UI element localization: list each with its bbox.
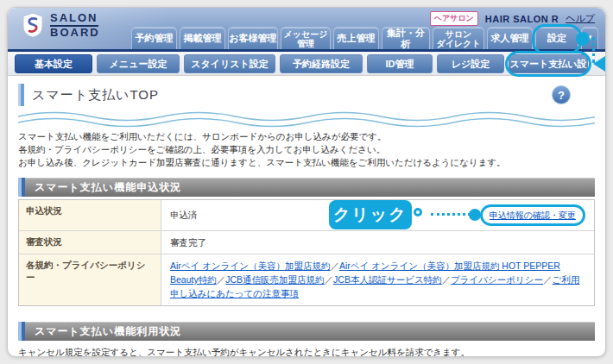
row-value: 審査完了 xyxy=(170,235,206,249)
section-title-usage-status: スマート支払い機能利用状況 xyxy=(18,322,595,341)
row-label: 申込状況 xyxy=(19,200,161,230)
table-row-review-status: 審査状況 審査完了 xyxy=(19,230,594,254)
terms-link-jcb-auth[interactable]: JCB本人認証サービス特約 xyxy=(333,274,442,285)
subnav-menu-settings[interactable]: メニュー設定 xyxy=(97,54,180,73)
tab-sales[interactable]: 売上管理 xyxy=(333,27,379,49)
annotation-open-dot xyxy=(414,208,422,217)
page-title: スマート支払いTOP xyxy=(32,87,159,104)
tab-reservation[interactable]: 予約管理 xyxy=(131,27,177,49)
row-label: 各規約・プライバシーポリシー xyxy=(19,254,161,305)
subnav-booking-route-settings[interactable]: 予約経路設定 xyxy=(280,54,363,73)
shield-logo-icon xyxy=(22,12,44,38)
link-separator: ／ xyxy=(543,274,553,285)
salon-board-logo[interactable]: SALON BOARD xyxy=(22,12,100,38)
tab-customers[interactable]: お客様管理 xyxy=(228,27,278,49)
wave-divider xyxy=(18,108,595,129)
section-title-application-status: スマート支払い機能申込状況 xyxy=(18,178,595,197)
subnav-stylist-settings[interactable]: スタイリスト設定 xyxy=(184,54,275,73)
tab-settings[interactable]: 設定 xyxy=(535,27,578,49)
terms-link-airpay[interactable]: Airペイ オンライン（美容）加盟店規約 xyxy=(170,260,330,271)
subnav-register-settings[interactable]: レジ設定 xyxy=(437,54,504,73)
page-help-icon[interactable]: ? xyxy=(552,85,571,104)
link-separator: ／ xyxy=(325,274,334,285)
annotation-ring-apply-info: クリック 申込情報の確認・変更 xyxy=(480,204,585,226)
table-row-terms: 各規約・プライバシーポリシー Airペイ オンライン（美容）加盟店規約／Airペ… xyxy=(19,254,594,305)
link-separator: ／ xyxy=(442,274,452,285)
subnav-basic-settings[interactable]: 基本設定 xyxy=(15,54,92,73)
terms-link-jcb-mail-order[interactable]: JCB通信販売加盟店規約 xyxy=(225,274,324,285)
table-row-apply-status: 申込状況 申込済 クリック 申込情報の確認・変更 xyxy=(19,200,594,230)
subnav-id-management[interactable]: ID管理 xyxy=(367,54,433,73)
row-value: 申込済 xyxy=(170,208,198,222)
annotation-filled-dot xyxy=(469,209,481,221)
tab-listing[interactable]: 掲載管理 xyxy=(180,27,225,49)
title-accent-bar xyxy=(18,84,24,106)
logo-text: SALON BOARD xyxy=(50,12,100,38)
top-header: SALON BOARD ヘアサロン HAIR SALON R ヘルプ 予約管理 … xyxy=(8,8,605,49)
link-separator: ／ xyxy=(330,260,339,271)
cancel-policy-note: キャンセル規定を設定すると、スマート支払い予約がキャンセルされたときにキャンセル… xyxy=(18,346,595,357)
intro-text: スマート支払い機能をご利用いただくには、サロンボードからのお申し込みが必要です。… xyxy=(18,130,595,169)
page-content: スマート支払いTOP ? スマート支払い機能をご利用いただくには、サロンボードか… xyxy=(8,76,605,357)
tab-salon-direct[interactable]: サロン ダイレクト xyxy=(433,27,484,49)
link-separator: ／ xyxy=(217,274,226,285)
terms-link-privacy-policy[interactable]: プライバシーポリシー xyxy=(451,274,543,285)
help-link[interactable]: ヘルプ xyxy=(566,12,595,25)
account-info: ヘアサロン HAIR SALON R ヘルプ xyxy=(430,11,595,26)
click-annotation-badge: クリック xyxy=(329,200,412,229)
salon-board-window: SALON BOARD ヘアサロン HAIR SALON R ヘルプ 予約管理 … xyxy=(7,7,606,357)
annotation-dotted-line xyxy=(431,213,471,216)
tab-messages[interactable]: メッセージ 管理 xyxy=(281,27,331,49)
more-tabs-dropdown[interactable]: ▼ xyxy=(581,27,598,49)
subnav-smart-payment-settings[interactable]: スマート支払い設定 xyxy=(509,54,588,73)
row-label: 審査状況 xyxy=(19,231,161,254)
application-status-table: 申込状況 申込済 クリック 申込情報の確認・変更 審査状況 審査完了 xyxy=(18,199,595,306)
main-nav: 予約管理 掲載管理 お客様管理 メッセージ 管理 売上管理 集計・分析 サロン … xyxy=(131,27,598,49)
apply-info-confirm-change-link[interactable]: 申込情報の確認・変更 xyxy=(490,210,576,220)
tab-analytics[interactable]: 集計・分析 xyxy=(382,27,430,49)
annotation-dotted-connector xyxy=(592,37,595,63)
settings-subnav: 基本設定 メニュー設定 スタイリスト設定 予約経路設定 ID管理 レジ設定 スマ… xyxy=(8,52,605,76)
tab-recruiting[interactable]: 求人管理 xyxy=(487,27,533,49)
salon-name: HAIR SALON R xyxy=(485,14,559,24)
salon-type-badge: ヘアサロン xyxy=(430,11,478,26)
